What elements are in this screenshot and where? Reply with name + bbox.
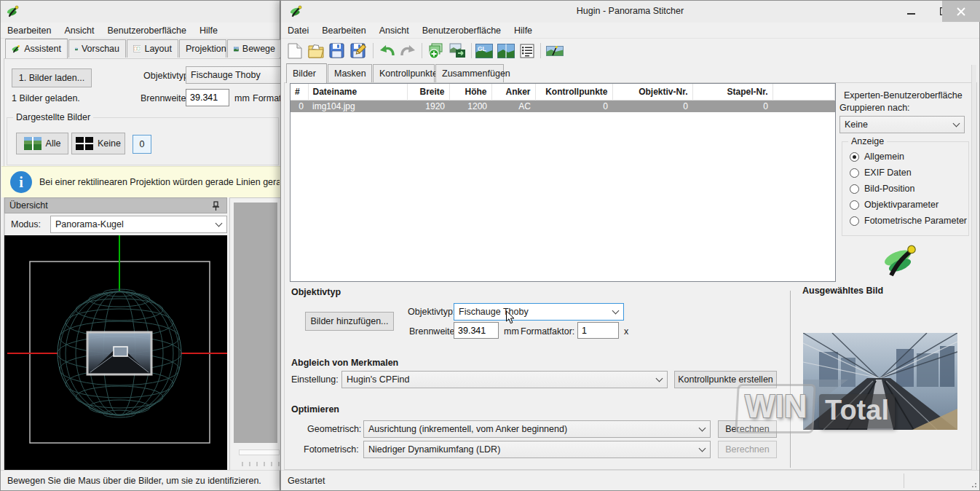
tab-vorschau[interactable]: GL Vorschau [68,39,126,58]
lens-type-label-left: Objektivtyp: [143,71,191,81]
left-titlebar[interactable] [1,1,280,23]
open-project-button[interactable] [307,42,325,60]
left-menu-hilfe[interactable]: Hilfe [193,24,224,37]
chevron-down-icon [656,375,663,382]
add-time-series-icon [449,43,466,58]
new-project-button[interactable] [285,42,304,60]
tab-kontrollpunkte[interactable]: Kontrollpunkte [373,64,435,82]
group-by-value: Keine [845,119,868,130]
lens-type-combo[interactable]: Fischauge Thoby [454,303,624,321]
col-anker[interactable]: Anker [491,84,535,101]
tab-masken-label: Masken [334,68,366,79]
radio-exif[interactable]: EXIF Daten [850,168,912,178]
preview-strip-canvas[interactable] [234,203,277,443]
geometric-combo[interactable]: Ausrichtung (inkrementell, vom Anker beg… [363,420,711,438]
setting-combo[interactable]: Hugin's CPFind [341,371,668,388]
right-scrollbar[interactable] [971,65,976,470]
save-as-icon [350,43,366,59]
geometric-calc-button[interactable]: Berechnen [718,420,777,438]
chevron-down-icon [216,220,223,227]
minimize-button[interactable] [895,1,928,22]
tab-masken[interactable]: Masken [328,64,372,82]
crop-input[interactable] [577,322,619,339]
info-bar: i Bei einer rektilinearen Projektion wür… [1,166,282,197]
displayed-images-group: Dargestellte Bilder Alle Keine 0 [7,117,279,165]
tab-assistent[interactable]: Assistent [5,39,68,58]
menu-datei[interactable]: Datei [281,24,315,37]
zoom-slider[interactable] [239,449,280,455]
show-all-label: Alle [46,138,61,149]
col-index[interactable]: # [291,84,308,101]
table-header-row[interactable]: # Dateiname Breite Höhe Anker Kontrollpu… [291,84,835,101]
tab-zusammenfuegen-label: Zusammenfügen [442,68,510,79]
lens-type-combo-left[interactable]: Fischauge Thoby [186,66,281,84]
radio-label: Bild-Position [864,184,914,194]
add-time-series-button[interactable] [448,42,467,60]
tab-layout[interactable]: Layout [127,39,178,58]
gl-preview-button[interactable]: GL [475,42,493,60]
radio-objektivparameter[interactable]: Objektivparameter [850,200,938,210]
focal-input[interactable] [454,322,499,339]
undo-button[interactable] [378,42,396,60]
col-stapel-nr[interactable]: Stapel-Nr. [692,84,772,101]
cell-hoehe: 1200 [449,101,491,113]
col-breite[interactable]: Breite [407,84,449,101]
col-objektiv-nr[interactable]: Objektiv-Nr. [612,84,692,101]
assistant-tab-icon [12,44,20,55]
preview-button[interactable] [497,42,515,60]
show-none-button[interactable]: Keine [71,133,125,154]
zoom-slider-ticks [240,459,281,465]
overview-canvas[interactable] [4,235,227,471]
close-button[interactable] [942,1,980,22]
photometric-combo[interactable]: Niedriger Dynamikumfang (LDR) [363,441,711,458]
radio-dot [850,200,859,210]
pin-icon[interactable] [211,201,221,211]
menu-benutzeroberflaeche[interactable]: Benutzeroberfläche [416,24,507,37]
preview-window: Bearbeiten Ansicht Benutzeroberfläche Hi… [0,0,280,491]
save-as-button[interactable] [349,42,367,60]
col-kontrollpunkte[interactable]: Kontrollpunkte [535,84,612,101]
displayed-count-badge: 0 [133,135,151,154]
left-menu-benutzeroberflaeche[interactable]: Benutzeroberfläche [100,24,192,37]
radio-allgemein[interactable]: Allgemein [850,152,904,162]
assistant-panorama-button[interactable] [545,42,564,60]
overview-header[interactable]: Übersicht [4,197,227,213]
tab-zusammenfuegen[interactable]: Zusammenfügen [435,64,504,82]
mode-combo[interactable]: Panorama-Kugel [50,216,227,233]
col-hoehe[interactable]: Höhe [449,84,491,101]
hugin-logo-icon [7,5,20,18]
add-images-button[interactable]: Bilder hinzufügen... [305,312,394,331]
load-images-button[interactable]: 1. Bilder laden... [12,68,92,87]
radio-fotometrische[interactable]: Fotometrische Parameter [850,216,967,226]
main-titlebar[interactable]: Hugin - Panorama Stitcher [281,1,979,23]
save-project-button[interactable] [328,42,346,60]
radio-bild-position[interactable]: Bild-Position [850,184,914,194]
left-menu-bearbeiten[interactable]: Bearbeiten [1,24,58,37]
table-row[interactable]: 0 img104.jpg 1920 1200 AC 0 0 0 [291,101,835,113]
control-point-list-button[interactable] [518,42,536,60]
left-menu-ansicht[interactable]: Ansicht [58,24,100,37]
focal-input-left[interactable] [186,89,229,106]
svg-text:GL: GL [478,44,486,52]
tab-bilder[interactable]: Bilder [286,63,327,83]
resize-grip[interactable] [969,480,978,489]
lens-type-value: Fischauge Thoby [459,307,529,317]
menu-hilfe[interactable]: Hilfe [507,24,539,37]
group-by-combo[interactable]: Keine [839,116,965,133]
redo-button[interactable] [398,42,416,60]
create-control-points-button[interactable]: Kontrollpunkte erstellen [674,371,777,388]
tab-projektion[interactable]: Projektion [179,39,226,58]
overview-mode-row: Modus: Panorama-Kugel [4,213,227,235]
tab-bewege[interactable]: Bewege [227,39,281,58]
photometric-calc-button[interactable]: Berechnen [718,441,777,458]
col-dateiname[interactable]: Dateiname [308,84,407,101]
photometric-value: Niedriger Dynamikumfang (LDR) [368,444,500,455]
images-table[interactable]: # Dateiname Breite Höhe Anker Kontrollpu… [290,83,836,282]
anzeige-group: Anzeige Allgemein EXIF Daten Bild-Positi… [842,141,969,236]
menu-ansicht[interactable]: Ansicht [373,24,416,37]
add-images-button-tool[interactable] [427,42,445,60]
menu-bearbeiten[interactable]: Bearbeiten [315,24,372,37]
railway-image [803,333,957,430]
show-all-button[interactable]: Alle [16,133,68,154]
main-statusbar: Gestartet [281,470,979,490]
